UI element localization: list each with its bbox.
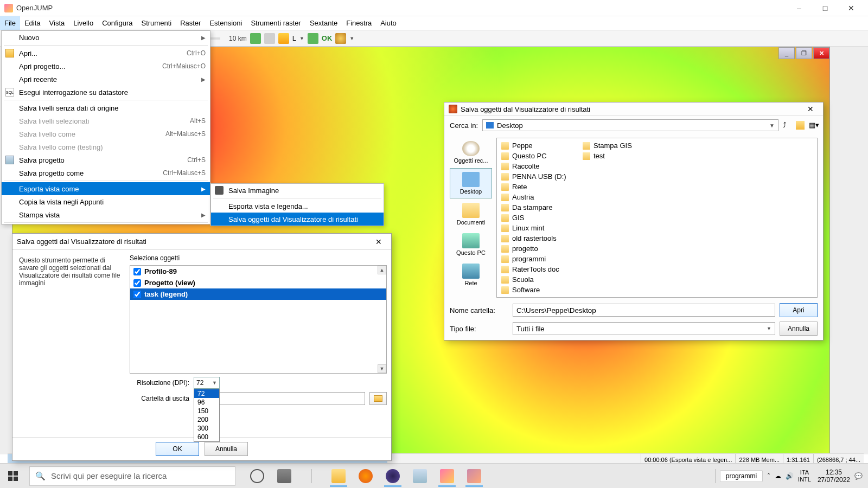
file-item[interactable]: Da stampare (499, 202, 575, 213)
docwin-close-button[interactable]: ✕ (813, 47, 829, 59)
folder-name-input[interactable] (513, 304, 775, 317)
menu-item-stampa-vista[interactable]: Stampa vista▶ (2, 208, 210, 221)
task-eclipse[interactable] (380, 465, 406, 487)
menu-item-apri-progetto[interactable]: Apri progetto...Ctrl+Maiusc+O (2, 60, 210, 73)
tray-volume-icon[interactable]: 🔊 (786, 472, 794, 480)
file-item[interactable]: RaterTools doc (499, 264, 575, 274)
start-button[interactable] (0, 464, 26, 489)
taskbar-search[interactable]: 🔍 Scrivi qui per eseguire la ricerca (29, 466, 235, 486)
menu-vista[interactable]: Vista (45, 16, 69, 30)
menu-edita[interactable]: Edita (20, 16, 45, 30)
object-checkbox[interactable] (133, 291, 141, 298)
menu-configura[interactable]: Configura (98, 16, 137, 30)
tray-language[interactable]: ITAINTL (798, 469, 811, 483)
task-firefox[interactable] (353, 465, 379, 487)
dpi-option[interactable]: 150 (194, 407, 219, 415)
cancel-button[interactable]: Annulla (205, 442, 248, 456)
window-maximize-button[interactable]: □ (813, 1, 838, 16)
scroll-down-icon[interactable]: ▼ (378, 364, 386, 373)
file-item[interactable]: Peppe (499, 140, 575, 151)
tray-chevron-icon[interactable]: ˄ (767, 472, 770, 480)
view-mode-icon[interactable]: ▦▾ (809, 121, 818, 130)
place-this-pc[interactable]: Questo PC (450, 230, 492, 259)
scroll-up-icon[interactable]: ▲ (378, 266, 386, 274)
menu-item-salva-progetto[interactable]: Salva progettoCtrl+S (2, 153, 210, 166)
submenu-salva-oggetti[interactable]: Salva oggetti dal Visualizzatore di risu… (211, 213, 384, 226)
place-desktop[interactable]: Desktop (450, 168, 492, 198)
menu-item-salva-livello-testing[interactable]: Salva livello come (testing) (2, 140, 210, 153)
file-item[interactable]: old rastertools (499, 233, 575, 243)
dpi-option[interactable]: 300 (194, 424, 219, 433)
file-item[interactable]: GIS (499, 213, 575, 223)
window-minimize-button[interactable]: – (787, 1, 812, 16)
place-recent[interactable]: Oggetti rec... (450, 138, 492, 167)
menu-item-salva-livelli-sel[interactable]: Salva livelli selezionatiAlt+S (2, 114, 210, 127)
dialog-close-button[interactable]: ✕ (371, 235, 387, 248)
place-documents[interactable]: Documenti (450, 200, 492, 229)
tray-clock[interactable]: 12:3527/07/2022 (818, 468, 850, 484)
tool-envelope-icon[interactable] (278, 33, 289, 44)
object-item[interactable]: Progetto (view) (130, 277, 386, 288)
submenu-salva-immagine[interactable]: Salva Immagine (211, 184, 384, 197)
tool-palette-icon[interactable] (335, 33, 346, 44)
lookin-combobox[interactable]: Desktop ▼ (482, 119, 778, 131)
menu-livello[interactable]: Livello (69, 16, 98, 30)
dpi-combobox[interactable]: 72▼ 72 96 150 200 300 600 (194, 377, 220, 389)
menu-estensioni[interactable]: Estensioni (205, 16, 246, 30)
task-openjump[interactable] (434, 465, 460, 487)
file-item[interactable]: Scuola (499, 274, 575, 285)
menu-item-datastore[interactable]: SQLEsegui interrogazione su datastore (2, 86, 210, 99)
dpi-option[interactable]: 72 (194, 389, 219, 398)
tray-onedrive-icon[interactable]: ☁ (775, 472, 781, 480)
task-taskview[interactable] (271, 465, 297, 487)
ok-button[interactable]: OK (156, 442, 199, 456)
tray-pill[interactable]: programmi (720, 470, 763, 482)
file-type-combobox[interactable]: Tutti i file▼ (513, 322, 775, 335)
task-cortana[interactable] (244, 465, 270, 487)
menu-strumenti[interactable]: Strumenti (137, 16, 176, 30)
menu-sextante[interactable]: Sextante (305, 16, 342, 30)
tool-world-icon[interactable] (308, 33, 318, 44)
object-checkbox[interactable] (133, 279, 141, 287)
objects-listbox[interactable]: ▲ Profilo-89 Progetto (view) task (legen… (130, 265, 387, 374)
tool-print-icon[interactable] (264, 33, 275, 44)
menu-item-apri[interactable]: Apri...Ctrl+O (2, 47, 210, 60)
task-explorer[interactable] (326, 465, 352, 487)
up-folder-icon[interactable]: ⤴ (783, 121, 792, 130)
menu-item-esporta-vista[interactable]: Esporta vista come▶ (2, 182, 210, 195)
file-item[interactable]: Raccolte (499, 161, 575, 171)
object-item[interactable]: Profilo-89 (130, 266, 386, 277)
open-button[interactable]: Apri (780, 303, 818, 317)
place-network[interactable]: Rete (450, 260, 492, 290)
file-chooser-cancel-button[interactable]: Annulla (780, 322, 818, 336)
menu-item-salva-progetto-come[interactable]: Salva progetto comeCtrl+Maiusc+S (2, 166, 210, 179)
file-item[interactable]: Linux mint (499, 223, 575, 233)
browse-folder-button[interactable] (369, 392, 387, 405)
window-close-button[interactable]: ✕ (839, 1, 864, 16)
new-folder-icon[interactable] (796, 121, 805, 130)
menu-item-salva-livelli[interactable]: Salva livelli senza dati di origine (2, 101, 210, 114)
docwin-maximize-button[interactable]: ❐ (796, 47, 812, 59)
task-mail[interactable] (407, 465, 433, 487)
docwin-minimize-button[interactable]: _ (778, 47, 795, 59)
file-item[interactable]: test (580, 151, 656, 161)
file-item[interactable]: Rete (499, 182, 575, 192)
file-list[interactable]: PeppeQuesto PCRaccoltePENNA USB (D:)Rete… (496, 138, 818, 298)
menu-item-copia-vista[interactable]: Copia la vista negli Appunti (2, 195, 210, 208)
dpi-option[interactable]: 96 (194, 398, 219, 407)
menu-item-salva-livello-come[interactable]: Salva livello comeAlt+Maiusc+S (2, 127, 210, 140)
menu-strumenti-raster[interactable]: Strumenti raster (246, 16, 305, 30)
file-item[interactable]: PENNA USB (D:) (499, 171, 575, 182)
object-item[interactable]: task (legend) (130, 288, 386, 300)
menu-finestra[interactable]: Finestra (342, 16, 376, 30)
file-item[interactable]: programmi (499, 254, 575, 264)
file-item[interactable]: Questo PC (499, 151, 575, 161)
file-item[interactable]: Austria (499, 192, 575, 202)
menu-item-nuovo[interactable]: Nuovo▶ (2, 31, 210, 44)
menu-file[interactable]: File (0, 16, 20, 30)
file-item[interactable]: progetto (499, 243, 575, 254)
object-checkbox[interactable] (133, 268, 141, 275)
file-item[interactable]: Stampa GIS (580, 140, 656, 151)
file-chooser-close-button[interactable]: ✕ (802, 102, 819, 115)
menu-item-apri-recente[interactable]: Apri recente▶ (2, 73, 210, 86)
